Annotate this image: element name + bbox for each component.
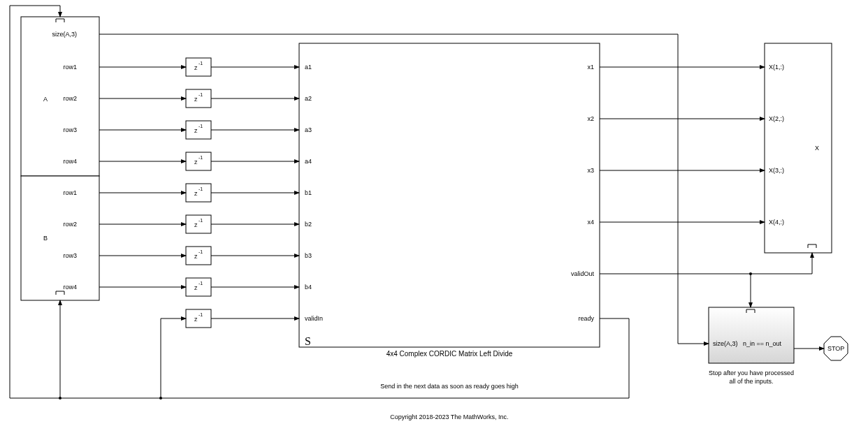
svg-text:z: z: [194, 221, 198, 228]
svg-text:-1: -1: [198, 124, 203, 129]
svg-text:z: z: [194, 159, 198, 166]
svg-text:z: z: [194, 64, 198, 71]
main-in-b4: b4: [305, 284, 312, 291]
svg-text:z: z: [194, 284, 198, 291]
svg-text:-1: -1: [198, 281, 203, 286]
main-name: 4x4 Complex CORDIC Matrix Left Divide: [386, 350, 513, 358]
main-in-validin: validIn: [305, 315, 323, 322]
a-out-row1: row1: [63, 64, 77, 71]
svg-text:-1: -1: [198, 249, 203, 254]
svg-text:-1: -1: [198, 218, 203, 223]
svg-text:-1: -1: [198, 186, 203, 191]
a-out-row2: row2: [63, 95, 77, 102]
svg-text:z: z: [194, 190, 198, 197]
b-out-row4: row4: [63, 284, 77, 291]
main-in-a4: a4: [305, 158, 312, 165]
main-glyph: S: [305, 335, 311, 347]
stop-note-2: all of the inputs.: [729, 378, 773, 385]
x-in-3: X(3,:): [769, 167, 784, 174]
main-in-b2: b2: [305, 221, 312, 228]
main-out-ready: ready: [578, 315, 594, 322]
main-in-a2: a2: [305, 95, 312, 102]
b-out-row1: row1: [63, 189, 77, 196]
copyright: Copyright 2018-2023 The MathWorks, Inc.: [390, 413, 508, 420]
main-in-a3: a3: [305, 126, 312, 133]
stop-chk-in: size(A,3): [713, 340, 738, 347]
b-out-row3: row3: [63, 252, 77, 259]
block-b-label: B: [43, 235, 48, 242]
svg-text:z: z: [194, 316, 198, 323]
block-a-label: A: [43, 96, 48, 103]
main-out-x4: x4: [587, 219, 594, 226]
stop-chk-text: n_in == n_out: [743, 340, 782, 347]
x-in-2: X(2,:): [769, 115, 784, 122]
main-out-validout: validOut: [571, 270, 595, 277]
svg-text:z: z: [194, 96, 198, 103]
main-in-a1: a1: [305, 64, 312, 71]
main-out-x3: x3: [587, 167, 594, 174]
delays: [186, 58, 211, 328]
ready-note: Send in the next data as soon as ready g…: [380, 383, 519, 390]
wire-validout-to-x-trigger: [751, 253, 812, 274]
a-out-size: size(A,3): [52, 31, 77, 38]
x-in-1: X(1,:): [769, 64, 784, 71]
svg-text:-1: -1: [198, 155, 203, 160]
main-in-b1: b1: [305, 189, 312, 196]
svg-text:z: z: [194, 253, 198, 260]
a-out-row4: row4: [63, 158, 77, 165]
svg-text:-1: -1: [198, 92, 203, 97]
main-in-b3: b3: [305, 252, 312, 259]
junction: [159, 397, 162, 400]
block-main[interactable]: [299, 43, 600, 347]
svg-text:-1: -1: [198, 61, 203, 66]
svg-text:-1: -1: [198, 312, 203, 317]
x-in-4: X(4,:): [769, 219, 784, 226]
stop-label: STOP: [827, 345, 844, 352]
wire-size-to-stopchk: [678, 34, 709, 344]
b-out-row2: row2: [63, 221, 77, 228]
block-stop-check[interactable]: [709, 307, 794, 363]
block-x-label: X: [815, 145, 819, 152]
a-out-row3: row3: [63, 126, 77, 133]
svg-text:z: z: [194, 127, 198, 134]
main-out-x2: x2: [587, 115, 594, 122]
main-out-x1: x1: [587, 64, 594, 71]
block-b[interactable]: [21, 176, 99, 300]
stop-note-1: Stop after you have processed: [709, 369, 794, 376]
block-a[interactable]: [21, 17, 99, 176]
